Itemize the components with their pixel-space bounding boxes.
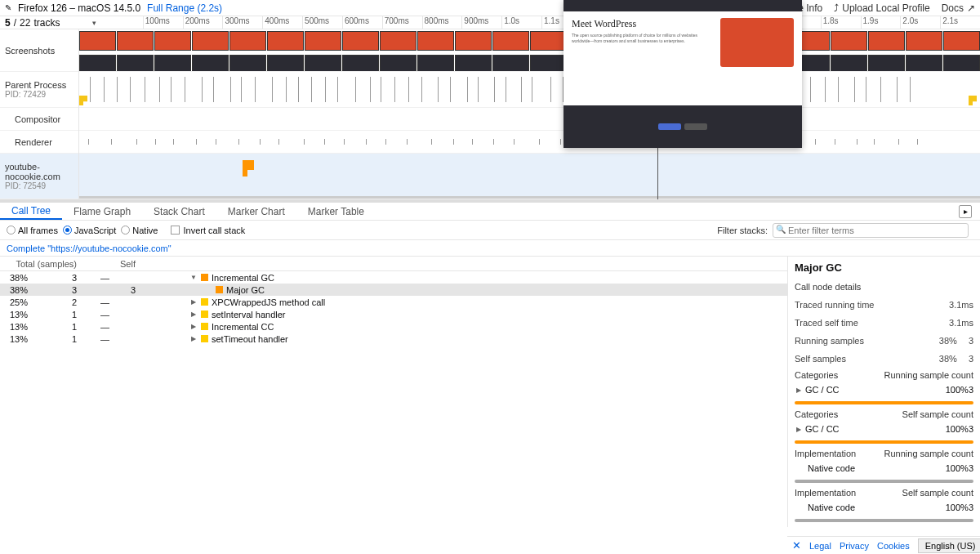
tree-row[interactable]: 13%1—▶setInterval handler bbox=[0, 308, 787, 320]
marker bbox=[173, 139, 174, 145]
thumbnail[interactable] bbox=[229, 31, 266, 51]
cat-title: Categories bbox=[795, 409, 838, 419]
thumbnail[interactable] bbox=[154, 31, 191, 51]
time-ruler[interactable]: 100ms200ms300ms400ms500ms600ms700ms800ms… bbox=[103, 16, 980, 29]
ruler-tick: 1.1s bbox=[541, 16, 559, 29]
thumbnail[interactable] bbox=[267, 31, 304, 51]
expand-icon[interactable]: ▶ bbox=[795, 386, 803, 394]
thumbnail[interactable] bbox=[267, 55, 304, 72]
tab-flame-graph[interactable]: Flame Graph bbox=[62, 203, 142, 220]
range-link[interactable]: Full Range (2.2s) bbox=[147, 2, 222, 14]
tab-marker-table[interactable]: Marker Table bbox=[296, 203, 376, 220]
footer-privacy[interactable]: Privacy bbox=[840, 541, 869, 551]
radio-javascript[interactable]: JavaScript bbox=[63, 226, 116, 235]
sidebar-toggle-icon[interactable]: ▸ bbox=[959, 205, 972, 218]
transform-row[interactable]: Complete "https://youtube-nocookie.com" bbox=[0, 240, 980, 257]
tab-stack-chart[interactable]: Stack Chart bbox=[142, 203, 216, 220]
radio-native[interactable]: Native bbox=[121, 226, 158, 235]
col-total[interactable]: Total (samples) bbox=[0, 257, 82, 270]
filter-input[interactable] bbox=[773, 223, 969, 238]
track-row-compositor[interactable] bbox=[79, 108, 980, 131]
close-icon[interactable]: ✕ bbox=[792, 539, 801, 552]
language-select[interactable]: English (US) bbox=[918, 538, 980, 553]
thumbnail[interactable] bbox=[342, 31, 379, 51]
expand-icon[interactable]: ▶ bbox=[189, 311, 198, 318]
track-label-screenshots[interactable]: Screenshots bbox=[0, 29, 78, 72]
footer-cookies[interactable]: Cookies bbox=[877, 541, 910, 551]
edit-icon[interactable]: ✎ bbox=[5, 3, 11, 12]
thumbnail[interactable] bbox=[455, 31, 492, 51]
track-row-renderer[interactable] bbox=[79, 131, 980, 154]
thumbnail[interactable] bbox=[380, 31, 416, 51]
thumbnail[interactable] bbox=[943, 31, 980, 51]
expand-icon[interactable]: ▼ bbox=[189, 274, 198, 281]
thumbnail[interactable] bbox=[831, 55, 867, 72]
marker bbox=[521, 77, 522, 102]
thumbnail[interactable] bbox=[154, 55, 191, 72]
kv-label: Traced running time bbox=[795, 300, 874, 310]
tab-call-tree[interactable]: Call Tree bbox=[0, 203, 62, 220]
expand-icon[interactable]: ▶ bbox=[189, 298, 198, 306]
thumbnail[interactable] bbox=[868, 31, 905, 51]
thumbnail[interactable] bbox=[417, 55, 454, 72]
flag-icon bbox=[79, 96, 87, 105]
expand-icon[interactable]: ▶ bbox=[189, 335, 198, 342]
tree-row[interactable]: 38%3—▼Incremental GC bbox=[0, 271, 787, 284]
marker bbox=[408, 77, 409, 102]
tab-marker-chart[interactable]: Marker Chart bbox=[216, 203, 296, 220]
docs-link[interactable]: Docs ↗ bbox=[942, 2, 975, 14]
thumbnail[interactable] bbox=[342, 55, 379, 72]
thumbnail[interactable] bbox=[417, 31, 454, 51]
thumbnail[interactable] bbox=[868, 55, 905, 72]
thumbnail[interactable] bbox=[530, 55, 567, 72]
thumbnail[interactable] bbox=[906, 31, 942, 51]
track-content[interactable] bbox=[79, 29, 980, 199]
thumbnail[interactable] bbox=[492, 31, 529, 51]
checkbox-invert[interactable]: Invert call stack bbox=[171, 226, 245, 235]
track-label-parent[interactable]: Parent Process PID: 72429 bbox=[0, 72, 78, 108]
thumbnail[interactable] bbox=[831, 31, 867, 51]
tree-row[interactable]: 13%1—▶setTimeout handler bbox=[0, 333, 787, 345]
thumbnail[interactable] bbox=[906, 55, 942, 72]
expand-icon[interactable]: ▶ bbox=[189, 323, 198, 330]
track-row-screenshots[interactable] bbox=[79, 29, 980, 72]
chevron-down-icon[interactable]: ▾ bbox=[92, 19, 96, 27]
track-label-compositor[interactable]: Compositor bbox=[0, 108, 78, 131]
thumbnail[interactable] bbox=[380, 55, 416, 72]
tree-row[interactable]: 13%1—▶Incremental CC bbox=[0, 320, 787, 333]
marker bbox=[472, 139, 473, 145]
thumbnail[interactable] bbox=[492, 55, 529, 72]
track-row-parent[interactable] bbox=[79, 72, 980, 108]
impl-cnt: 3 bbox=[969, 503, 973, 512]
thumbnail[interactable] bbox=[117, 31, 154, 51]
expand-icon[interactable]: ▶ bbox=[795, 426, 803, 433]
thumbnail[interactable] bbox=[305, 55, 341, 72]
thumbnail[interactable] bbox=[455, 55, 492, 72]
col-self[interactable]: Self bbox=[82, 257, 140, 270]
track-name: Screenshots bbox=[5, 46, 74, 56]
thumbnail[interactable] bbox=[79, 55, 116, 72]
footer-legal[interactable]: Legal bbox=[809, 541, 831, 551]
thumbnail[interactable] bbox=[530, 31, 567, 51]
thumbnail[interactable] bbox=[229, 55, 266, 72]
track-label-youtube[interactable]: youtube-nocookie.com PID: 72549 bbox=[0, 154, 78, 199]
marker bbox=[825, 77, 826, 102]
thumbnail[interactable] bbox=[305, 31, 341, 51]
tree-row-name: Incremental CC bbox=[212, 322, 274, 332]
tracks-count[interactable]: 5 / 22 tracks ▾ bbox=[0, 17, 103, 29]
cat-pct: 100% bbox=[946, 385, 969, 395]
track-name: Compositor bbox=[15, 114, 74, 124]
thumbnail[interactable] bbox=[943, 55, 980, 72]
tree-row[interactable]: 25%2—▶XPCWrappedJS method call bbox=[0, 296, 787, 308]
tree-row[interactable]: 38%33Major GC bbox=[0, 284, 787, 296]
track-label-renderer[interactable]: Renderer bbox=[0, 131, 78, 154]
ruler-tick: 2.0s bbox=[900, 16, 918, 29]
thumbnail[interactable] bbox=[192, 55, 229, 72]
thumbnail[interactable] bbox=[192, 31, 229, 51]
col-name bbox=[140, 257, 787, 270]
thumbnail[interactable] bbox=[117, 55, 154, 72]
upload-link[interactable]: ⤴Upload Local Profile bbox=[834, 2, 929, 14]
thumbnail[interactable] bbox=[79, 31, 116, 51]
track-row-youtube[interactable] bbox=[79, 154, 980, 199]
radio-all-frames[interactable]: All frames bbox=[7, 226, 58, 235]
